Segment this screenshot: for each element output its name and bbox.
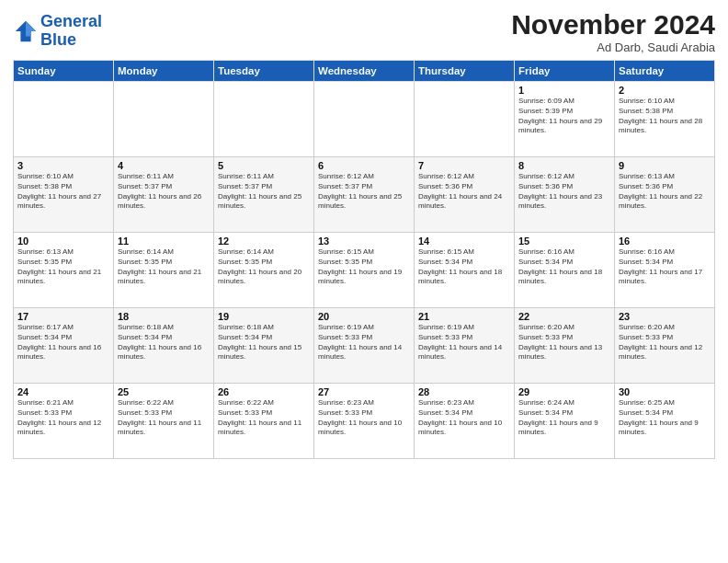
- calendar-cell-2-4: 14Sunrise: 6:15 AM Sunset: 5:34 PM Dayli…: [415, 233, 515, 308]
- logo: GeneralBlue: [13, 13, 102, 50]
- calendar-cell-4-4: 28Sunrise: 6:23 AM Sunset: 5:34 PM Dayli…: [415, 384, 515, 459]
- calendar-cell-2-1: 11Sunrise: 6:14 AM Sunset: 5:35 PM Dayli…: [114, 233, 214, 308]
- day-info-18: Sunrise: 6:18 AM Sunset: 5:34 PM Dayligh…: [118, 323, 210, 362]
- logo-icon: [13, 18, 39, 44]
- calendar-cell-3-3: 20Sunrise: 6:19 AM Sunset: 5:33 PM Dayli…: [314, 308, 415, 384]
- day-number-20: 20: [318, 311, 410, 322]
- day-info-1: Sunrise: 6:09 AM Sunset: 5:39 PM Dayligh…: [518, 97, 610, 136]
- day-number-6: 6: [318, 160, 410, 171]
- day-number-2: 2: [619, 85, 711, 96]
- day-number-11: 11: [118, 236, 210, 247]
- week-row-3: 17Sunrise: 6:17 AM Sunset: 5:34 PM Dayli…: [14, 308, 715, 384]
- header-monday: Monday: [114, 61, 214, 82]
- header-thursday: Thursday: [415, 61, 515, 82]
- day-info-5: Sunrise: 6:11 AM Sunset: 5:37 PM Dayligh…: [218, 172, 310, 212]
- day-number-16: 16: [619, 236, 711, 247]
- day-number-30: 30: [619, 386, 711, 397]
- calendar-cell-3-1: 18Sunrise: 6:18 AM Sunset: 5:34 PM Dayli…: [114, 308, 214, 384]
- calendar-cell-0-5: 1Sunrise: 6:09 AM Sunset: 5:39 PM Daylig…: [515, 82, 615, 157]
- header-tuesday: Tuesday: [214, 61, 314, 82]
- calendar-cell-3-5: 22Sunrise: 6:20 AM Sunset: 5:33 PM Dayli…: [515, 308, 615, 384]
- day-number-15: 15: [518, 236, 610, 247]
- day-number-22: 22: [518, 311, 610, 322]
- day-info-20: Sunrise: 6:19 AM Sunset: 5:33 PM Dayligh…: [318, 323, 410, 362]
- day-info-25: Sunrise: 6:22 AM Sunset: 5:33 PM Dayligh…: [118, 398, 210, 438]
- calendar-cell-4-1: 25Sunrise: 6:22 AM Sunset: 5:33 PM Dayli…: [114, 384, 214, 459]
- header-wednesday: Wednesday: [314, 61, 415, 82]
- week-row-0: 1Sunrise: 6:09 AM Sunset: 5:39 PM Daylig…: [14, 82, 715, 157]
- day-info-10: Sunrise: 6:13 AM Sunset: 5:35 PM Dayligh…: [17, 247, 109, 287]
- day-number-12: 12: [218, 236, 310, 247]
- week-row-4: 24Sunrise: 6:21 AM Sunset: 5:33 PM Dayli…: [14, 384, 715, 459]
- day-info-6: Sunrise: 6:12 AM Sunset: 5:37 PM Dayligh…: [318, 172, 410, 212]
- day-info-14: Sunrise: 6:15 AM Sunset: 5:34 PM Dayligh…: [418, 247, 510, 287]
- calendar-cell-0-4: [415, 82, 515, 157]
- calendar-cell-2-0: 10Sunrise: 6:13 AM Sunset: 5:35 PM Dayli…: [14, 233, 114, 308]
- calendar-cell-0-0: [14, 82, 114, 157]
- day-number-1: 1: [518, 85, 610, 96]
- week-row-1: 3Sunrise: 6:10 AM Sunset: 5:38 PM Daylig…: [14, 157, 715, 233]
- day-info-24: Sunrise: 6:21 AM Sunset: 5:33 PM Dayligh…: [17, 398, 109, 438]
- week-row-2: 10Sunrise: 6:13 AM Sunset: 5:35 PM Dayli…: [14, 233, 715, 308]
- day-info-19: Sunrise: 6:18 AM Sunset: 5:34 PM Dayligh…: [218, 323, 310, 362]
- day-number-27: 27: [318, 386, 410, 397]
- title-block: November 2024 Ad Darb, Saudi Arabia: [511, 9, 715, 54]
- calendar-cell-0-6: 2Sunrise: 6:10 AM Sunset: 5:38 PM Daylig…: [615, 82, 715, 157]
- day-info-23: Sunrise: 6:20 AM Sunset: 5:33 PM Dayligh…: [619, 323, 711, 362]
- day-info-29: Sunrise: 6:24 AM Sunset: 5:34 PM Dayligh…: [518, 398, 610, 438]
- day-info-3: Sunrise: 6:10 AM Sunset: 5:38 PM Dayligh…: [17, 172, 109, 212]
- day-info-7: Sunrise: 6:12 AM Sunset: 5:36 PM Dayligh…: [418, 172, 510, 212]
- calendar-cell-1-4: 7Sunrise: 6:12 AM Sunset: 5:36 PM Daylig…: [415, 157, 515, 233]
- day-info-8: Sunrise: 6:12 AM Sunset: 5:36 PM Dayligh…: [518, 172, 610, 212]
- day-number-23: 23: [619, 311, 711, 322]
- page-container: GeneralBlue November 2024 Ad Darb, Saudi…: [0, 0, 728, 465]
- weekday-header-row: Sunday Monday Tuesday Wednesday Thursday…: [14, 61, 715, 82]
- calendar-cell-1-2: 5Sunrise: 6:11 AM Sunset: 5:37 PM Daylig…: [214, 157, 314, 233]
- calendar-cell-3-6: 23Sunrise: 6:20 AM Sunset: 5:33 PM Dayli…: [615, 308, 715, 384]
- day-number-8: 8: [518, 160, 610, 171]
- day-number-18: 18: [118, 311, 210, 322]
- day-number-9: 9: [619, 160, 711, 171]
- day-info-22: Sunrise: 6:20 AM Sunset: 5:33 PM Dayligh…: [518, 323, 610, 362]
- day-number-17: 17: [17, 311, 109, 322]
- calendar-cell-3-2: 19Sunrise: 6:18 AM Sunset: 5:34 PM Dayli…: [214, 308, 314, 384]
- calendar-cell-4-0: 24Sunrise: 6:21 AM Sunset: 5:33 PM Dayli…: [14, 384, 114, 459]
- calendar-cell-1-0: 3Sunrise: 6:10 AM Sunset: 5:38 PM Daylig…: [14, 157, 114, 233]
- calendar-cell-4-6: 30Sunrise: 6:25 AM Sunset: 5:34 PM Dayli…: [615, 384, 715, 459]
- header-sunday: Sunday: [14, 61, 114, 82]
- day-info-9: Sunrise: 6:13 AM Sunset: 5:36 PM Dayligh…: [619, 172, 711, 212]
- day-info-2: Sunrise: 6:10 AM Sunset: 5:38 PM Dayligh…: [619, 97, 711, 136]
- calendar-table: Sunday Monday Tuesday Wednesday Thursday…: [13, 60, 715, 459]
- day-number-5: 5: [218, 160, 310, 171]
- day-number-24: 24: [17, 386, 109, 397]
- day-number-4: 4: [118, 160, 210, 171]
- day-info-28: Sunrise: 6:23 AM Sunset: 5:34 PM Dayligh…: [418, 398, 510, 438]
- day-info-13: Sunrise: 6:15 AM Sunset: 5:35 PM Dayligh…: [318, 247, 410, 287]
- month-title: November 2024: [511, 9, 715, 40]
- day-info-27: Sunrise: 6:23 AM Sunset: 5:33 PM Dayligh…: [318, 398, 410, 438]
- calendar-cell-1-3: 6Sunrise: 6:12 AM Sunset: 5:37 PM Daylig…: [314, 157, 415, 233]
- day-number-28: 28: [418, 386, 510, 397]
- calendar-cell-3-0: 17Sunrise: 6:17 AM Sunset: 5:34 PM Dayli…: [14, 308, 114, 384]
- day-info-30: Sunrise: 6:25 AM Sunset: 5:34 PM Dayligh…: [619, 398, 711, 438]
- day-info-11: Sunrise: 6:14 AM Sunset: 5:35 PM Dayligh…: [118, 247, 210, 287]
- calendar-cell-2-6: 16Sunrise: 6:16 AM Sunset: 5:34 PM Dayli…: [615, 233, 715, 308]
- day-number-3: 3: [17, 160, 109, 171]
- day-info-26: Sunrise: 6:22 AM Sunset: 5:33 PM Dayligh…: [218, 398, 310, 438]
- day-number-26: 26: [218, 386, 310, 397]
- header-saturday: Saturday: [615, 61, 715, 82]
- day-info-15: Sunrise: 6:16 AM Sunset: 5:34 PM Dayligh…: [518, 247, 610, 287]
- svg-marker-1: [26, 21, 36, 37]
- location-subtitle: Ad Darb, Saudi Arabia: [511, 40, 715, 54]
- logo-text: GeneralBlue: [40, 13, 102, 50]
- day-number-19: 19: [218, 311, 310, 322]
- calendar-cell-1-5: 8Sunrise: 6:12 AM Sunset: 5:36 PM Daylig…: [515, 157, 615, 233]
- day-number-10: 10: [17, 236, 109, 247]
- day-info-17: Sunrise: 6:17 AM Sunset: 5:34 PM Dayligh…: [17, 323, 109, 362]
- day-info-21: Sunrise: 6:19 AM Sunset: 5:33 PM Dayligh…: [418, 323, 510, 362]
- day-number-14: 14: [418, 236, 510, 247]
- calendar-cell-0-2: [214, 82, 314, 157]
- day-info-16: Sunrise: 6:16 AM Sunset: 5:34 PM Dayligh…: [619, 247, 711, 287]
- calendar-cell-0-3: [314, 82, 415, 157]
- calendar-cell-2-3: 13Sunrise: 6:15 AM Sunset: 5:35 PM Dayli…: [314, 233, 415, 308]
